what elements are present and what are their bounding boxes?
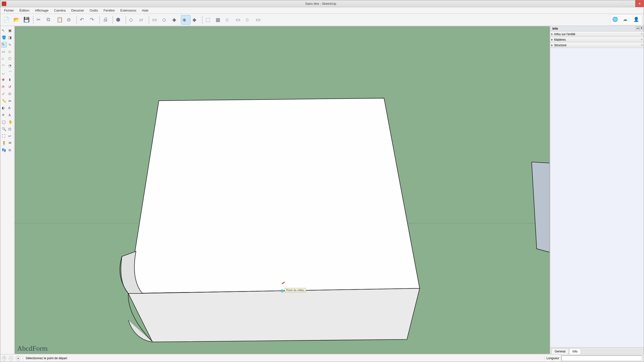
walk-icon[interactable]: 👣 [1,148,7,153]
tape-icon[interactable]: 📏 [1,98,7,104]
zoom-window-icon[interactable]: ⊡ [8,126,13,132]
menu-édition[interactable]: Édition [17,8,32,13]
cloud-icon[interactable]: ☁ [621,15,631,25]
arc-icon[interactable]: ◠ [1,63,7,69]
arc3-icon[interactable]: ⌒ [8,70,13,76]
toolbar-separator [33,16,33,24]
measure-input[interactable] [561,355,642,361]
paste-icon[interactable]: 📋 [55,15,65,25]
window-title: Sans titre - SketchUp [6,2,635,6]
tab-info[interactable]: Info [569,348,581,354]
rectangle-icon[interactable]: ▭ [1,49,7,55]
zoom-extents-icon[interactable]: ⛶ [1,133,7,139]
redo-icon[interactable]: ↷ [88,15,98,25]
geo-icon[interactable]: 🌐 [611,15,620,25]
section-close-icon[interactable]: ✕ [641,43,643,46]
position-camera-icon[interactable]: 🧍 [1,141,7,146]
delete-icon[interactable]: ⊘ [65,15,75,25]
watermark-text: AbcdForm [17,344,48,352]
3dtext-icon[interactable]: 𝐀 [8,112,13,118]
model-info-icon[interactable]: ⬢ [114,15,124,25]
panel-close-button[interactable]: ✕ [640,26,643,30]
titlebar: Sans titre - SketchUp ⊙tuto ✕ [0,0,644,7]
midpoint-snap-icon [281,290,284,292]
paint-bucket-icon[interactable]: 🪣 [1,35,7,40]
orbit-icon[interactable]: ◯ [1,119,7,125]
dimension-icon[interactable]: ⇔ [8,98,13,104]
line-icon[interactable]: ✎ [1,42,7,48]
component-icon[interactable]: ⬚ [204,15,214,25]
chevron-right-icon [551,39,553,41]
undo-icon[interactable]: ↶ [78,15,88,25]
look-around-icon[interactable]: 👁 [8,141,13,146]
section-close-icon[interactable]: ✕ [641,32,643,35]
model-box [120,98,420,342]
house-icon[interactable]: ⌂ [224,15,234,25]
menu-aide[interactable]: Aide [140,8,151,13]
panel-pin-button[interactable]: ▭ [636,26,639,30]
panel-section-structure[interactable]: Structure✕ [550,42,644,48]
text-icon[interactable]: A [8,105,13,111]
menu-caméra[interactable]: Caméra [52,8,68,13]
save-icon[interactable]: 💾 [22,15,31,25]
section-icon[interactable]: ⊖ [8,148,13,153]
menu-affichage[interactable]: Affichage [33,8,51,13]
user-status-icon[interactable]: ● [16,356,20,360]
tool-row: ⛶↩ [1,133,13,139]
toolbar-separator [99,16,100,24]
info-icon[interactable]: i [9,356,13,360]
menu-outils[interactable]: Outils [87,8,100,13]
print-icon[interactable]: 🖨 [101,15,111,25]
monochrome-icon[interactable]: ◆ [191,15,200,25]
panel-section-infos-sur-l-entit-[interactable]: Infos sur l'entité✕ [550,31,644,37]
shaded-icon[interactable]: ◆ [171,15,180,25]
close-button[interactable]: ✕ [635,0,644,7]
rotated-rect-icon[interactable]: ◇ [8,49,13,55]
circle-icon[interactable]: ○ [1,56,7,62]
tab-general[interactable]: General [551,348,569,354]
copy-icon[interactable]: ⧉ [45,15,55,25]
shaded-tex-icon[interactable]: ◈ [181,15,190,25]
left-toolbar: ↖▣🪣◨✎∿▭◇○⬡◠◔◡⌒✥⬍⟳↺⤢⊙📏⇔◐A✳𝐀◯✋🔍⊡⛶↩🧍👁👣⊖ [0,26,14,354]
followme-icon[interactable]: ↺ [8,84,13,90]
cut-icon[interactable]: ✂ [35,15,45,25]
menu-fenêtre[interactable]: Fenêtre [101,8,117,13]
polygon-icon[interactable]: ⬡ [8,56,13,62]
iso-icon[interactable]: ◇ [128,15,137,25]
zoom-icon[interactable]: 🔍 [1,126,7,132]
select-icon[interactable]: ↖ [1,28,7,33]
arc2-icon[interactable]: ◡ [1,70,7,76]
open-file-icon[interactable]: 📂 [12,15,21,25]
window-icon[interactable]: ⌂ [244,15,254,25]
pan-icon[interactable]: ✋ [8,119,13,125]
scene [15,27,549,353]
previous-icon[interactable]: ↩ [8,133,13,139]
group-icon[interactable]: ▦ [214,15,224,25]
new-file-icon[interactable]: 📄 [2,15,11,25]
pie-icon[interactable]: ◔ [8,63,13,69]
make-component-icon[interactable]: ▣ [8,28,13,33]
pushpull-icon[interactable]: ⬍ [8,77,13,83]
menu-dessiner[interactable]: Dessiner [69,8,86,13]
hidden-line-icon[interactable]: ◇ [161,15,170,25]
rotate-icon[interactable]: ⟳ [1,84,7,90]
door-icon[interactable]: ▭ [234,15,244,25]
user-icon[interactable]: 👤 [632,15,641,25]
wall-icon[interactable]: ▭ [254,15,264,25]
axes-icon[interactable]: ✳ [1,112,7,118]
top-icon[interactable]: ▱ [138,15,147,25]
eraser-icon[interactable]: ◨ [8,35,13,40]
menu-extensions[interactable]: Extensions [118,8,139,13]
wireframe-icon[interactable]: ▭ [151,15,160,25]
viewport-3d[interactable]: Point du milieu AbcdForm [15,26,550,354]
menu-fichier[interactable]: Fichier [2,8,16,13]
panel-section-mati-res[interactable]: Matières✕ [550,37,644,42]
scale-icon[interactable]: ⤢ [1,91,7,97]
freehand-icon[interactable]: ∿ [8,42,13,48]
help-icon[interactable]: ? [2,356,6,360]
section-close-icon[interactable]: ✕ [641,38,643,41]
offset-icon[interactable]: ⊙ [8,91,13,97]
tool-row: ✎∿ [1,42,13,48]
protractor-icon[interactable]: ◐ [1,105,7,111]
move-icon[interactable]: ✥ [1,77,7,83]
